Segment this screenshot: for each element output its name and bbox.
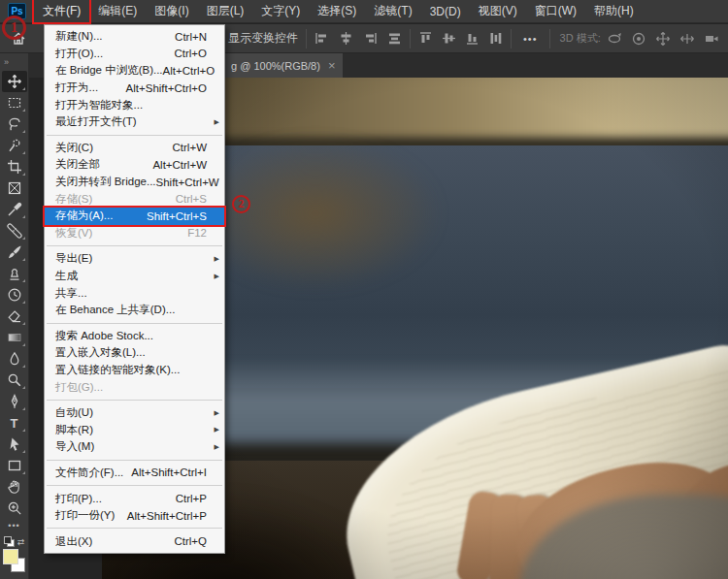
menu-item[interactable]: 打包(G)... <box>45 378 224 396</box>
brush-tool-icon[interactable] <box>2 241 27 263</box>
divider <box>511 29 512 48</box>
eraser-tool-icon[interactable] <box>2 306 27 327</box>
move-tool-icon[interactable] <box>2 71 27 92</box>
file-menu-items: 新建(N)... Ctrl+N 打开(O)... Ctrl+O 在 Bridge… <box>45 28 224 550</box>
hand-tool-icon[interactable] <box>2 476 27 498</box>
menu-item[interactable]: 打印一份(Y) Alt+Shift+Ctrl+P <box>45 507 224 525</box>
3d-mode-label: 3D 模式: <box>560 31 601 46</box>
menu-item[interactable]: 打开为... Alt+Shift+Ctrl+O <box>45 80 224 97</box>
gradient-tool-icon[interactable] <box>2 327 27 348</box>
menubar-item[interactable]: 滤镜(T) <box>365 0 420 22</box>
default-colors-icon[interactable]: ⇄ <box>4 536 25 547</box>
history-brush-tool-icon[interactable] <box>2 284 27 306</box>
step-2-annotation: 2 <box>232 195 250 213</box>
edit-toolbar-icon[interactable]: ••• <box>8 521 19 531</box>
document-tab[interactable]: g @ 100%(RGB/8) × <box>221 53 343 78</box>
3d-drag-icon[interactable] <box>655 31 671 47</box>
align-top-edges-icon[interactable] <box>418 31 433 46</box>
menu-item[interactable]: 关闭(C) Ctrl+W <box>45 140 224 157</box>
align-vertical-centers-icon[interactable] <box>442 31 456 46</box>
dodge-tool-icon[interactable] <box>2 370 27 391</box>
menu-separator <box>47 323 222 324</box>
align-horizontal-centers-icon[interactable] <box>339 31 353 46</box>
menu-bar: Ps 文件(F) 编辑(E) 图像(I) 图层(L) 文字(Y) 选择(S) 滤… <box>0 0 728 23</box>
menu-separator <box>47 528 222 529</box>
swap-colors-icon[interactable]: ⇄ <box>17 537 25 547</box>
menubar-item[interactable]: 图像(I) <box>146 0 197 22</box>
menu-separator <box>47 400 222 401</box>
rectangle-tool-icon[interactable] <box>2 455 27 476</box>
vertical-align-icons-group <box>418 31 503 46</box>
color-swatches <box>2 549 27 574</box>
menu-item[interactable]: 置入嵌入对象(L)... <box>45 344 224 362</box>
menubar-item[interactable]: 编辑(E) <box>89 0 146 22</box>
menu-item[interactable]: 置入链接的智能对象(K)... <box>45 362 224 379</box>
menu-separator <box>47 460 222 461</box>
menu-item[interactable]: 自动(U) <box>45 404 224 422</box>
menu-separator <box>47 245 222 246</box>
menu-item[interactable]: 导出(E) <box>45 250 224 268</box>
menubar-item[interactable]: 窗口(W) <box>526 0 585 22</box>
menu-item[interactable]: 打印(P)... Ctrl+P <box>45 490 224 507</box>
menu-item[interactable]: 新建(N)... Ctrl+N <box>45 28 224 46</box>
align-icons-group <box>314 31 402 46</box>
blur-tool-icon[interactable] <box>2 348 27 370</box>
menu-item[interactable]: 存储为(A)... Shift+Ctrl+S <box>45 208 224 225</box>
file-menu: 新建(N)... Ctrl+N 打开(O)... Ctrl+O 在 Bridge… <box>44 24 225 554</box>
menubar-item[interactable]: 视图(V) <box>470 0 526 22</box>
step-1-annotation: 1 <box>2 16 26 40</box>
menubar-item[interactable]: 帮助(H) <box>585 0 643 22</box>
quick-selection-tool-icon[interactable] <box>2 135 27 156</box>
menu-item[interactable]: 关闭并转到 Bridge... Shift+Ctrl+W <box>45 174 224 191</box>
distribute-horizontals-icon[interactable] <box>387 31 402 46</box>
eyedropper-tool-icon[interactable] <box>2 199 27 220</box>
more-options-icon[interactable]: ••• <box>523 33 538 45</box>
tab-close-icon[interactable]: × <box>328 59 336 72</box>
show-transform-controls-label[interactable]: 显示变换控件 <box>228 30 298 47</box>
foreground-color-swatch[interactable] <box>3 549 18 564</box>
document-tab-label: g @ 100%(RGB/8) <box>231 60 320 72</box>
menubar-item[interactable]: 3D(D) <box>421 2 470 21</box>
distribute-verticals-icon[interactable] <box>488 31 503 46</box>
menu-item[interactable]: 文件简介(F)... Alt+Shift+Ctrl+I <box>45 465 224 482</box>
menubar-item[interactable]: 选择(S) <box>309 0 365 22</box>
clone-stamp-tool-icon[interactable] <box>2 263 27 284</box>
menu-item[interactable]: 脚本(R) <box>45 421 224 438</box>
3d-slide-icon[interactable] <box>679 31 695 47</box>
3d-roll-icon[interactable] <box>631 31 646 47</box>
lasso-tool-icon[interactable] <box>2 113 27 135</box>
menu-item[interactable]: 退出(X) Ctrl+Q <box>45 532 224 550</box>
marquee-tool-icon[interactable] <box>2 92 27 113</box>
zoom-tool-icon[interactable] <box>2 498 27 519</box>
crop-tool-icon[interactable] <box>2 156 27 177</box>
path-selection-tool-icon[interactable] <box>2 434 27 455</box>
type-tool-icon[interactable]: T <box>2 412 27 434</box>
menu-item[interactable]: 在 Bridge 中浏览(B)... Alt+Ctrl+O <box>45 62 224 80</box>
menu-item[interactable]: 打开为智能对象... <box>45 96 224 113</box>
menu-item[interactable]: 在 Behance 上共享(D)... <box>45 302 224 319</box>
menubar-item[interactable]: 文件(F) <box>34 0 89 22</box>
3d-rotate-icon[interactable] <box>607 31 622 47</box>
menu-item[interactable]: 导入(M) <box>45 438 224 456</box>
menubar-item[interactable]: 图层(L) <box>198 0 253 22</box>
frame-tool-icon[interactable] <box>2 177 27 199</box>
menu-item[interactable]: 恢复(V) F12 <box>45 225 224 242</box>
menu-item[interactable]: 打开(O)... Ctrl+O <box>45 46 224 63</box>
3d-scale-icon[interactable] <box>704 31 719 47</box>
menu-item[interactable]: 最近打开文件(T) <box>45 113 224 131</box>
menu-item[interactable]: 共享... <box>45 284 224 302</box>
photoshop-window: g @ 100%(RGB/8) × Ps 文件(F) 编辑(E) 图像(I) 图… <box>0 0 728 579</box>
healing-brush-tool-icon[interactable] <box>2 220 27 241</box>
menu-item[interactable]: 搜索 Adobe Stock... <box>45 328 224 345</box>
align-right-edges-icon[interactable] <box>363 31 378 46</box>
pen-tool-icon[interactable] <box>2 391 27 412</box>
menu-item[interactable]: 生成 <box>45 268 224 285</box>
menu-item[interactable]: 存储(S) Ctrl+S <box>45 190 224 208</box>
menu-item[interactable]: 关闭全部 Alt+Ctrl+W <box>45 156 224 174</box>
menubar-item[interactable]: 文字(Y) <box>252 0 309 22</box>
tool-bar: » T ••• ⇄ <box>0 53 29 579</box>
expand-panel-icon[interactable]: » <box>0 57 8 67</box>
align-left-edges-icon[interactable] <box>314 31 329 46</box>
3d-mode-icons-group <box>607 31 719 47</box>
align-bottom-edges-icon[interactable] <box>465 31 480 46</box>
